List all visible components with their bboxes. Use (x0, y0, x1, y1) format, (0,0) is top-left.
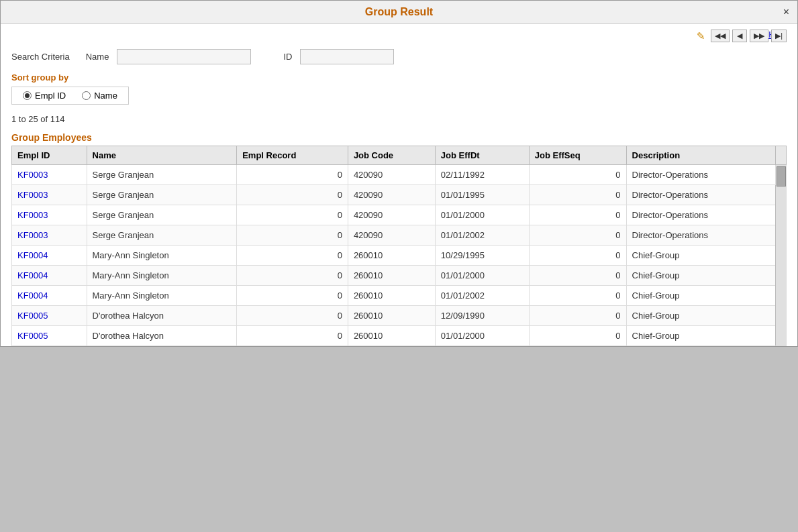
table-row: KF0004Mary-Ann Singleton026001010/29/199… (12, 246, 787, 266)
cell-job-code: 260010 (348, 266, 435, 286)
records-count: 1 to 25 of 114 (1, 111, 797, 129)
col-empl-record: Empl Record (237, 146, 348, 165)
cell-empl-record: 0 (237, 286, 348, 306)
sort-empl-id-radio[interactable] (23, 91, 32, 100)
toolbar-area: ✎ ◀◀ ◀ ▶▶ ▶| (1, 24, 797, 45)
cell-job-effseq: 0 (529, 286, 626, 306)
sort-empl-id-label: Empl ID (35, 91, 66, 101)
cell-empl-record: 0 (237, 246, 348, 266)
cell-empl-record: 0 (237, 165, 348, 185)
cell-job-effseq: 0 (529, 225, 626, 246)
scroll-cell (776, 165, 787, 346)
col-job-effdt: Job EffDt (435, 146, 529, 165)
cell-name: D'orothea Halcyon (87, 326, 237, 346)
sort-name-radio[interactable] (82, 91, 91, 100)
nav-prev-button[interactable]: ◀ (732, 30, 747, 42)
cell-empl-id[interactable]: KF0005 (12, 306, 87, 326)
nav-first-button[interactable]: ◀◀ (711, 30, 730, 42)
cell-description: Chief-Group (626, 286, 775, 306)
cell-name: Mary-Ann Singleton (87, 286, 237, 306)
cell-job-effdt: 01/01/2000 (435, 266, 529, 286)
sort-title: Sort group by (11, 72, 787, 83)
cell-job-code: 420090 (348, 165, 435, 185)
cell-description: Director-Operations (626, 205, 775, 225)
close-button[interactable]: × (783, 6, 789, 18)
cell-job-effseq: 0 (529, 165, 626, 185)
cell-job-effseq: 0 (529, 306, 626, 326)
col-description: Description (626, 146, 775, 165)
cell-description: Chief-Group (626, 246, 775, 266)
sort-empl-id[interactable]: Empl ID (23, 91, 66, 101)
cell-name: Serge Granjean (87, 165, 237, 185)
cell-job-code: 260010 (348, 286, 435, 306)
cell-empl-record: 0 (237, 185, 348, 205)
table-body: KF0003Serge Granjean042009002/11/19920Di… (12, 165, 787, 346)
col-empl-id: Empl ID (12, 146, 87, 165)
table-row: KF0005D'orothea Halcyon026001012/09/1990… (12, 306, 787, 326)
cell-empl-id[interactable]: KF0004 (12, 266, 87, 286)
search-criteria-row: Search Criteria Name ID (1, 45, 797, 68)
cell-job-effdt: 02/11/1992 (435, 165, 529, 185)
cell-job-effseq: 0 (529, 205, 626, 225)
cell-empl-id[interactable]: KF0003 (12, 205, 87, 225)
sort-name[interactable]: Name (82, 91, 117, 101)
cell-job-effdt: 12/09/1990 (435, 306, 529, 326)
id-label: ID (283, 52, 292, 62)
cell-job-effdt: 01/01/2002 (435, 286, 529, 306)
cell-name: Mary-Ann Singleton (87, 246, 237, 266)
cell-empl-id[interactable]: KF0003 (12, 185, 87, 205)
table-row: KF0004Mary-Ann Singleton026001001/01/200… (12, 266, 787, 286)
table-row: KF0003Serge Granjean042009001/01/20020Di… (12, 225, 787, 246)
table-row: KF0004Mary-Ann Singleton026001001/01/200… (12, 286, 787, 306)
main-window: Group Result × Help ✎ ◀◀ ◀ ▶▶ ▶| Search … (0, 0, 798, 347)
cell-name: Serge Granjean (87, 205, 237, 225)
cell-description: Director-Operations (626, 185, 775, 205)
nav-next-button[interactable]: ▶▶ (750, 30, 768, 42)
table-row: KF0003Serge Granjean042009001/01/20000Di… (12, 205, 787, 225)
cell-empl-id[interactable]: KF0003 (12, 225, 87, 246)
cell-name: D'orothea Halcyon (87, 306, 237, 326)
cell-job-effdt: 10/29/1995 (435, 246, 529, 266)
col-job-code: Job Code (348, 146, 435, 165)
cell-description: Chief-Group (626, 326, 775, 346)
cell-empl-record: 0 (237, 225, 348, 246)
cell-empl-id[interactable]: KF0003 (12, 165, 87, 185)
cell-name: Serge Granjean (87, 225, 237, 246)
id-input[interactable] (300, 49, 394, 64)
name-input[interactable] (117, 49, 251, 64)
col-name: Name (87, 146, 237, 165)
cell-job-code: 420090 (348, 225, 435, 246)
records-count-text: 1 to 25 of 114 (11, 114, 65, 124)
cell-name: Mary-Ann Singleton (87, 266, 237, 286)
cell-job-effdt: 01/01/2000 (435, 205, 529, 225)
cell-name: Serge Granjean (87, 185, 237, 205)
sort-options: Empl ID Name (11, 87, 129, 105)
cell-job-effdt: 01/01/2002 (435, 225, 529, 246)
cell-description: Director-Operations (626, 165, 775, 185)
cell-job-effseq: 0 (529, 326, 626, 346)
col-job-effseq: Job EffSeq (529, 146, 626, 165)
cell-empl-record: 0 (237, 326, 348, 346)
search-criteria-label: Search Criteria (11, 52, 70, 62)
cell-job-effseq: 0 (529, 246, 626, 266)
cell-empl-id[interactable]: KF0005 (12, 326, 87, 346)
cell-job-effseq: 0 (529, 185, 626, 205)
table-row: KF0003Serge Granjean042009002/11/19920Di… (12, 165, 787, 185)
employees-table: Empl ID Name Empl Record Job Code Job Ef… (11, 146, 787, 346)
nav-last-button[interactable]: ▶| (771, 30, 787, 42)
cell-job-effseq: 0 (529, 266, 626, 286)
cell-description: Director-Operations (626, 225, 775, 246)
group-employees-title: Group Employees (1, 129, 797, 146)
cell-empl-record: 0 (237, 306, 348, 326)
window-title: Group Result (365, 6, 433, 18)
cell-description: Chief-Group (626, 266, 775, 286)
cell-job-code: 260010 (348, 326, 435, 346)
cell-empl-id[interactable]: KF0004 (12, 246, 87, 266)
name-label: Name (86, 52, 109, 62)
sort-name-label: Name (94, 91, 117, 101)
cell-job-code: 260010 (348, 306, 435, 326)
sort-section: Sort group by Empl ID Name (1, 68, 797, 111)
cell-empl-id[interactable]: KF0004 (12, 286, 87, 306)
edit-icon[interactable]: ✎ (697, 30, 705, 42)
title-bar: Group Result × (1, 1, 797, 24)
